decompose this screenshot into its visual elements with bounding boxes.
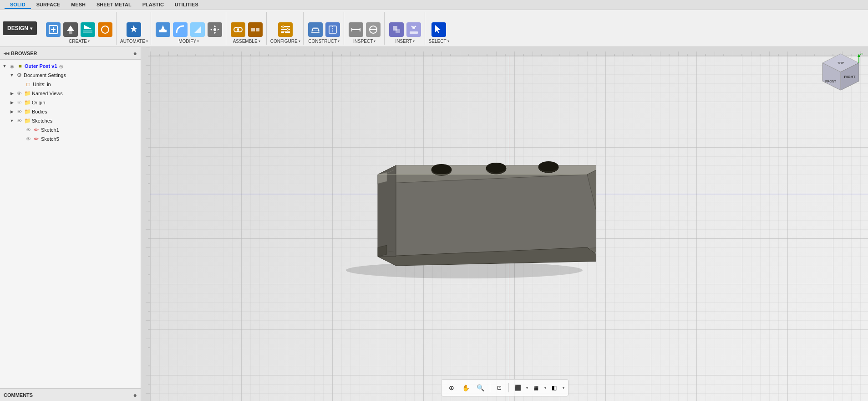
bodies-visibility-icon[interactable]: 👁 — [15, 108, 23, 115]
toggle-sketch1-placeholder — [18, 127, 24, 133]
toggle-named-views[interactable]: ▶ — [9, 91, 15, 96]
toggle-units-placeholder — [18, 82, 24, 87]
effects-btn[interactable]: ◧ — [548, 381, 561, 394]
sketch1-visibility-icon[interactable]: 👁 — [25, 126, 32, 134]
named-views-visibility-icon[interactable]: 👁 — [15, 90, 23, 97]
display-chevron[interactable]: ▾ — [526, 386, 528, 390]
tree-item-doc-settings[interactable]: ▼ ⚙ Document Settings — [0, 71, 141, 80]
display-settings-btn[interactable]: ⬛ — [512, 381, 524, 394]
new-component-button[interactable] — [45, 21, 61, 38]
orbit-btn[interactable]: ⊕ — [445, 381, 458, 394]
toggle-bodies[interactable]: ▶ — [9, 109, 15, 114]
tree-item-named-views[interactable]: ▶ 👁 📁 Named Views — [0, 89, 141, 98]
tab-solid[interactable]: SOLID — [5, 1, 31, 9]
svg-marker-59 — [378, 245, 387, 257]
joint-button[interactable] — [230, 21, 246, 38]
browser-nav-back[interactable]: ◂◂ — [4, 50, 9, 57]
tab-surface[interactable]: SURFACE — [31, 1, 66, 9]
origin-visibility-icon[interactable]: 👁 — [15, 99, 23, 106]
svg-rect-4 — [69, 31, 72, 34]
sketches-folder-icon: 📁 — [24, 117, 31, 124]
grid-settings-btn[interactable]: ▦ — [530, 381, 543, 394]
tree-item-units[interactable]: □ Units: in — [0, 80, 141, 89]
midplane-button[interactable] — [325, 21, 341, 38]
svg-point-24 — [287, 29, 289, 31]
inspect-label[interactable]: INSPECT ▾ — [353, 39, 376, 44]
toggle-origin[interactable]: ▶ — [9, 100, 15, 105]
decal-button[interactable] — [406, 21, 422, 38]
create-label[interactable]: CREATE ▾ — [69, 39, 90, 44]
toggle-sketch5-placeholder — [18, 136, 24, 142]
section-analysis-button[interactable] — [365, 21, 381, 38]
select-chevron: ▾ — [447, 39, 449, 43]
sketches-visibility-icon[interactable]: 👁 — [15, 117, 23, 124]
forms-button[interactable] — [97, 21, 113, 38]
fillet-button[interactable] — [172, 21, 188, 38]
svg-point-64 — [538, 162, 558, 173]
select-label[interactable]: SELECT ▾ — [429, 39, 449, 44]
sketch5-label: Sketch5 — [41, 136, 59, 142]
insert-derive-button[interactable] — [388, 21, 405, 38]
tree-item-outer-post[interactable]: ▼ ◉ ■ Outer Post v1 ◎ — [0, 62, 141, 71]
move-button[interactable] — [207, 21, 223, 38]
svg-point-61 — [431, 164, 452, 174]
browser-header: ◂◂ BROWSER ● — [0, 47, 141, 60]
outer-post-visibility-icon[interactable]: ◉ — [8, 62, 15, 70]
tab-utilities[interactable]: UTILITIES — [169, 1, 204, 9]
measure-button[interactable] — [348, 21, 364, 38]
sketch1-label: Sketch1 — [41, 127, 59, 133]
tree-item-origin[interactable]: ▶ 👁 📁 Origin — [0, 98, 141, 107]
design-button[interactable]: DESIGN ▾ — [3, 21, 37, 35]
viewport[interactable]: RIGHT TOP FRONT Z+ ⊕ ✋ 🔍 ⊡ ⬛ ▾ ▦ ▾ ◧ — [141, 47, 868, 401]
main-area: ◂◂ BROWSER ● ▼ ◉ ■ Outer Post v1 ◎ ▼ ⚙ D… — [0, 47, 868, 401]
tree-item-sketches[interactable]: ▼ 👁 📁 Sketches — [0, 116, 141, 125]
viewcube[interactable]: RIGHT TOP FRONT Z+ — [818, 51, 863, 97]
svg-marker-11 — [214, 25, 216, 27]
as-built-joint-button[interactable] — [247, 21, 264, 38]
insert-chevron: ▾ — [413, 39, 415, 43]
svg-point-25 — [284, 31, 285, 33]
browser-collapse-btn[interactable]: ● — [133, 50, 137, 57]
extrude-button[interactable] — [62, 21, 79, 38]
construct-chevron: ▾ — [338, 39, 340, 43]
bottom-separator-1 — [490, 383, 490, 392]
tab-sheet-metal[interactable]: SHEET METAL — [91, 1, 137, 9]
modify-label[interactable]: MODIFY ▾ — [178, 39, 199, 44]
select-button[interactable] — [431, 21, 447, 38]
insert-label[interactable]: INSERT ▾ — [395, 39, 415, 44]
pan-btn[interactable]: ✋ — [460, 381, 472, 394]
sidebar: ◂◂ BROWSER ● ▼ ◉ ■ Outer Post v1 ◎ ▼ ⚙ D… — [0, 47, 141, 401]
effects-chevron[interactable]: ▾ — [563, 386, 564, 390]
comments-label: COMMENTS — [4, 392, 33, 398]
automate-label[interactable]: AUTOMATE ▾ — [120, 39, 148, 44]
configure-label[interactable]: CONFIGURE ▾ — [270, 39, 300, 44]
create-sketch-button[interactable] — [80, 21, 96, 38]
tree-item-bodies[interactable]: ▶ 👁 📁 Bodies — [0, 107, 141, 116]
tree-item-sketch5[interactable]: 👁 ✏ Sketch5 — [0, 134, 141, 144]
svg-marker-28 — [313, 27, 318, 29]
tree-item-sketch1[interactable]: 👁 ✏ Sketch1 — [0, 125, 141, 134]
svg-line-68 — [380, 250, 394, 252]
tab-mesh[interactable]: MESH — [66, 1, 91, 9]
assemble-label[interactable]: ASSEMBLE ▾ — [233, 39, 260, 44]
toggle-outer-post[interactable]: ▼ — [2, 63, 7, 69]
construct-label[interactable]: CONSTRUCT ▾ — [308, 39, 340, 44]
svg-rect-18 — [251, 28, 255, 31]
toggle-sketches[interactable]: ▼ — [9, 118, 15, 123]
automate-button[interactable] — [126, 21, 142, 38]
toggle-doc-settings[interactable]: ▼ — [9, 72, 15, 78]
chamfer-button[interactable] — [189, 21, 206, 38]
zoom-window-btn[interactable]: ⊡ — [493, 381, 506, 394]
tab-plastic[interactable]: PLASTIC — [137, 1, 169, 9]
comments-expand-icon[interactable]: ● — [133, 391, 137, 399]
toolbar-section-modify: MODIFY ▾ — [152, 12, 226, 45]
outer-post-folder-icon: ■ — [16, 62, 24, 70]
named-views-label: Named Views — [32, 91, 63, 96]
bodies-folder-icon: 📁 — [24, 108, 31, 115]
grid-chevron[interactable]: ▾ — [544, 386, 546, 390]
press-pull-button[interactable] — [155, 21, 171, 38]
offset-plane-button[interactable] — [307, 21, 324, 38]
zoom-btn[interactable]: 🔍 — [474, 381, 487, 394]
sketch5-visibility-icon[interactable]: 👁 — [25, 135, 32, 143]
configure-main-button[interactable] — [277, 21, 294, 38]
